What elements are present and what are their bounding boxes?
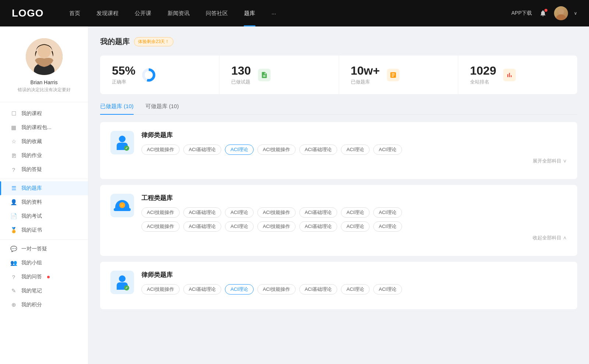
- tag-3-2[interactable]: ACI理论: [225, 284, 254, 295]
- tag-1-1[interactable]: ACI基础理论: [183, 144, 222, 155]
- sidebar-label-group: 我的小组: [21, 260, 42, 266]
- tag-2-13[interactable]: ACI理论: [373, 221, 402, 232]
- stat-done-value: 130: [231, 64, 251, 77]
- stat-done-banks: 10w+ 已做题库: [339, 56, 458, 94]
- chart-bar-icon: [503, 69, 516, 81]
- tag-2-0[interactable]: ACI技能操作: [141, 207, 180, 218]
- nav-qa[interactable]: 问答社区: [198, 0, 236, 26]
- tag-2-6[interactable]: ACI理论: [373, 207, 402, 218]
- sidebar-item-group[interactable]: 👥 我的小组: [0, 256, 88, 270]
- tag-3-4[interactable]: ACI基础理论: [299, 284, 338, 295]
- qbank-card-3-icon: ✓: [110, 271, 134, 294]
- sidebar-item-profile[interactable]: 👤 我的资料: [0, 195, 88, 209]
- tag-3-1[interactable]: ACI基础理论: [183, 284, 222, 295]
- nav-links: 首页 发现课程 公开课 新闻资讯 问答社区 题库 ···: [61, 0, 511, 26]
- tag-2-3[interactable]: ACI技能操作: [257, 207, 296, 218]
- tag-3-3[interactable]: ACI技能操作: [257, 284, 296, 295]
- stat-rank-value: 1029: [470, 64, 496, 77]
- topnav-right: APP下载 ∨: [511, 6, 577, 20]
- tag-2-5[interactable]: ACI理论: [341, 207, 370, 218]
- sidebar-item-exam[interactable]: 📄 我的考试: [0, 209, 88, 223]
- qbank-card-2-tags-row2: ACI技能操作 ACI基础理论 ACI理论 ACI技能操作 ACI基础理论 AC…: [141, 221, 567, 232]
- green-doc-icon: [258, 69, 271, 81]
- qbank-card-2-header: ⚡ 工程类题库 ACI技能操作 ACI基础理论 ACI理论 ACI技能操作 AC…: [110, 194, 567, 241]
- nav-qbank[interactable]: 题库: [236, 0, 263, 26]
- trial-badge: 体验剩余23天！: [134, 37, 173, 46]
- group-icon: 👥: [10, 260, 17, 266]
- tag-2-1[interactable]: ACI基础理论: [183, 207, 222, 218]
- tag-3-6[interactable]: ACI理论: [373, 284, 402, 295]
- sidebar-label-profile: 我的资料: [21, 199, 42, 206]
- sidebar-item-notes[interactable]: ✎ 我的笔记: [0, 284, 88, 298]
- sidebar-item-favorites[interactable]: ☆ 我的收藏: [0, 135, 88, 149]
- tag-1-4[interactable]: ACI基础理论: [299, 144, 338, 155]
- nav-open[interactable]: 公开课: [127, 0, 159, 26]
- tag-2-2[interactable]: ACI理论: [225, 207, 254, 218]
- tag-1-6[interactable]: ACI理论: [373, 144, 402, 155]
- tutor-icon: 💬: [10, 246, 17, 252]
- myqa-icon: ?: [10, 274, 17, 280]
- nav-home[interactable]: 首页: [61, 0, 88, 26]
- sidebar-label-notes: 我的笔记: [21, 288, 42, 294]
- tag-1-2[interactable]: ACI理论: [225, 144, 254, 155]
- sidebar-item-course-pack[interactable]: ▦ 我的课程包...: [0, 121, 88, 135]
- cert-icon: 🏅: [10, 227, 17, 233]
- helmet-badge: ⚡: [119, 202, 125, 208]
- tag-2-10[interactable]: ACI技能操作: [257, 221, 296, 232]
- sidebar-item-cert[interactable]: 🏅 我的证书: [0, 223, 88, 237]
- notes-icon: ✎: [10, 288, 17, 294]
- sidebar-label-course-pack: 我的课程包...: [21, 124, 52, 131]
- lawyer-icon: ✓: [117, 136, 128, 150]
- qbank-card-2-name: 工程类题库: [141, 194, 567, 202]
- sidebar-item-courses[interactable]: ☐ 我的课程: [0, 107, 88, 121]
- qbank-card-2-collapse[interactable]: 收起全部科目 ∧: [141, 235, 567, 241]
- qbank-card-1-expand[interactable]: 展开全部科目 ∨: [141, 158, 567, 164]
- nav-news[interactable]: 新闻资讯: [159, 0, 198, 26]
- tag-2-4[interactable]: ACI基础理论: [299, 207, 338, 218]
- tag-1-3[interactable]: ACI技能操作: [257, 144, 296, 155]
- tag-3-5[interactable]: ACI理论: [341, 284, 370, 295]
- app-download-button[interactable]: APP下载: [511, 10, 532, 17]
- sidebar-item-tutor[interactable]: 💬 一对一答疑: [0, 242, 88, 256]
- tab-available[interactable]: 可做题库 (10): [145, 103, 179, 114]
- tag-1-5[interactable]: ACI理论: [341, 144, 370, 155]
- stat-banks-text: 10w+ 已做题库: [351, 64, 380, 85]
- sidebar-item-homework[interactable]: 🖹 我的作业: [0, 149, 88, 163]
- qbank-card-2-tags-row1: ACI技能操作 ACI基础理论 ACI理论 ACI技能操作 ACI基础理论 AC…: [141, 207, 567, 218]
- avatar[interactable]: [554, 6, 568, 20]
- logo[interactable]: LOGO: [12, 7, 43, 19]
- sidebar-item-questions[interactable]: ? 我的答疑: [0, 163, 88, 176]
- sidebar-label-cert: 我的证书: [21, 227, 42, 233]
- tag-1-0[interactable]: ACI技能操作: [141, 144, 180, 155]
- tag-2-11[interactable]: ACI基础理论: [299, 221, 338, 232]
- nav-discover[interactable]: 发现课程: [88, 0, 127, 26]
- exam-icon: 📄: [10, 213, 17, 220]
- sidebar-label-qbank: 我的题库: [21, 185, 42, 192]
- sidebar-label-exam: 我的考试: [21, 213, 42, 220]
- nav-more[interactable]: ···: [263, 0, 284, 26]
- profile-avatar[interactable]: [26, 38, 63, 75]
- sidebar-item-points[interactable]: ⊕ 我的积分: [0, 298, 88, 312]
- tag-2-12[interactable]: ACI理论: [341, 221, 370, 232]
- stat-done-label: 已做试题: [231, 79, 251, 85]
- tag-2-7[interactable]: ACI技能操作: [141, 221, 180, 232]
- stats-row: 55% 正确率 130 已做试题: [100, 56, 577, 94]
- notification-bell[interactable]: [538, 8, 548, 18]
- stat-accuracy-text: 55% 正确率: [112, 64, 135, 85]
- user-menu-chevron[interactable]: ∨: [574, 11, 577, 16]
- tab-done[interactable]: 已做题库 (10): [100, 103, 134, 114]
- helmet-brim: [114, 208, 131, 211]
- qbank-card-1-header: ✓ 律师类题库 ACI技能操作 ACI基础理论 ACI理论 ACI技能操作 AC…: [110, 131, 567, 164]
- stat-done-questions: 130 已做试题: [219, 56, 339, 94]
- sidebar-item-myqa[interactable]: ? 我的问答: [0, 270, 88, 284]
- tag-2-8[interactable]: ACI基础理论: [183, 221, 222, 232]
- sidebar: Brian Harris 错误的决定比没有决定要好 ☐ 我的课程 ▦ 我的课程包…: [0, 26, 88, 364]
- stat-accuracy-label: 正确率: [112, 79, 135, 85]
- stat-banks-label: 已做题库: [351, 79, 380, 85]
- sidebar-item-qbank[interactable]: ☰ 我的题库: [0, 181, 88, 195]
- sidebar-label-points: 我的积分: [21, 301, 42, 308]
- qbank-card-3-tags-section: 律师类题库 ACI技能操作 ACI基础理论 ACI理论 ACI技能操作 ACI基…: [141, 271, 567, 295]
- tag-3-0[interactable]: ACI技能操作: [141, 284, 180, 295]
- question-icon: ?: [10, 166, 17, 173]
- tag-2-9[interactable]: ACI理论: [225, 221, 254, 232]
